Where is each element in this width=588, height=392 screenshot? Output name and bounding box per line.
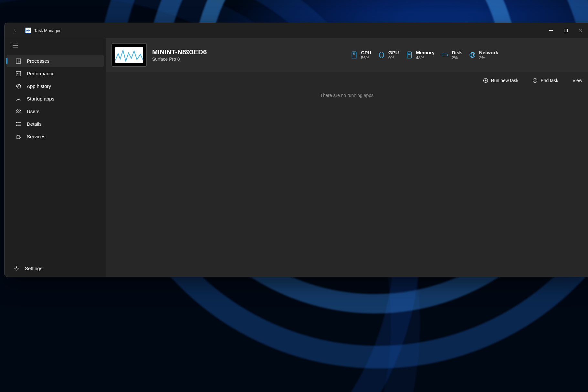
titlebar: Task Manager [5, 23, 588, 38]
svg-rect-1 [564, 29, 567, 32]
sidebar-item-details[interactable]: Details [6, 118, 104, 130]
stat-value: 0% [388, 55, 399, 60]
sidebar: Processes Performance App history Startu… [5, 38, 106, 277]
svg-rect-24 [380, 53, 383, 57]
speed-icon [16, 96, 21, 102]
minimize-button[interactable] [543, 23, 558, 38]
sidebar-item-processes[interactable]: Processes [6, 55, 104, 67]
close-icon [579, 29, 583, 32]
list-icon [16, 121, 21, 127]
maximize-icon [564, 29, 568, 32]
stat-value: 2% [452, 55, 462, 60]
toolbar: Run new task End task View [106, 73, 588, 88]
svg-point-15 [16, 122, 17, 123]
users-icon [16, 109, 21, 114]
svg-rect-7 [16, 59, 18, 63]
plus-circle-icon [483, 78, 488, 83]
device-model: Surface Pro 8 [152, 57, 207, 62]
button-label: Run new task [491, 78, 519, 83]
window-title: Task Manager [34, 28, 61, 33]
svg-rect-33 [407, 52, 411, 58]
sidebar-item-label: Details [27, 121, 42, 127]
globe-icon [469, 52, 476, 58]
chart-icon [16, 71, 21, 77]
end-task-button[interactable]: End task [529, 76, 561, 85]
stat-cpu[interactable]: CPU56% [351, 50, 371, 60]
sidebar-item-label: Processes [27, 58, 49, 64]
svg-rect-36 [442, 54, 448, 56]
sidebar-item-startup-apps[interactable]: Startup apps [6, 92, 104, 105]
button-label: End task [541, 78, 558, 83]
stat-value: 48% [416, 55, 435, 60]
app-icon [25, 27, 31, 33]
stat-memory[interactable]: Memory48% [406, 50, 435, 60]
back-button[interactable] [10, 26, 19, 35]
sidebar-item-settings[interactable]: Settings [5, 262, 106, 275]
stat-label: Memory [416, 50, 435, 55]
hamburger-icon [13, 44, 18, 48]
stat-label: Network [479, 50, 498, 55]
performance-thumbnail [111, 43, 147, 67]
sidebar-item-label: Services [27, 134, 46, 139]
view-button[interactable]: View [569, 76, 585, 85]
svg-point-17 [16, 124, 17, 124]
stat-label: GPU [388, 50, 399, 55]
sidebar-item-services[interactable]: Services [6, 130, 104, 143]
arrow-left-icon [13, 28, 17, 33]
gpu-icon [378, 52, 385, 58]
main-panel: MININT-N893ED6 Surface Pro 8 CPU56% GPU0… [106, 38, 588, 277]
minimize-icon [549, 29, 553, 32]
disk-icon [442, 52, 448, 58]
close-button[interactable] [573, 23, 588, 38]
svg-point-21 [16, 268, 17, 269]
sidebar-item-label: Startup apps [27, 96, 54, 101]
process-list: There are no running apps [106, 88, 588, 277]
svg-point-13 [16, 110, 18, 111]
svg-rect-23 [353, 53, 355, 54]
sidebar-item-label: Settings [25, 266, 42, 271]
svg-rect-8 [18, 59, 21, 61]
hamburger-button[interactable] [9, 40, 22, 51]
stat-gpu[interactable]: GPU0% [378, 50, 399, 60]
memory-icon [406, 52, 413, 58]
gear-icon [14, 265, 19, 271]
stat-value: 56% [361, 55, 371, 60]
system-info: MININT-N893ED6 Surface Pro 8 [152, 48, 207, 62]
stat-network[interactable]: Network2% [469, 50, 498, 60]
stat-value: 2% [479, 55, 498, 60]
cpu-icon [351, 52, 357, 58]
stat-label: CPU [361, 50, 371, 55]
empty-state-message: There are no running apps [320, 93, 373, 277]
hostname: MININT-N893ED6 [152, 48, 207, 56]
sidebar-item-label: Performance [27, 71, 55, 76]
puzzle-icon [16, 134, 21, 140]
stat-label: Disk [452, 50, 462, 55]
svg-line-44 [534, 79, 537, 82]
svg-point-14 [19, 110, 21, 111]
grid-icon [16, 58, 21, 64]
stat-disk[interactable]: Disk2% [442, 50, 462, 60]
system-header: MININT-N893ED6 Surface Pro 8 CPU56% GPU0… [106, 38, 588, 72]
sidebar-item-app-history[interactable]: App history [6, 80, 104, 92]
maximize-button[interactable] [558, 23, 573, 38]
block-icon [532, 78, 538, 83]
button-label: View [572, 78, 582, 83]
sidebar-item-performance[interactable]: Performance [6, 67, 104, 80]
run-new-task-button[interactable]: Run new task [480, 76, 522, 85]
task-manager-window: Task Manager Processes Performanc [4, 23, 588, 277]
sidebar-item-label: Users [27, 109, 39, 114]
svg-rect-9 [18, 61, 21, 63]
sidebar-item-label: App history [27, 83, 51, 89]
svg-point-19 [16, 125, 17, 126]
sidebar-item-users[interactable]: Users [6, 105, 104, 118]
history-icon [16, 83, 21, 89]
